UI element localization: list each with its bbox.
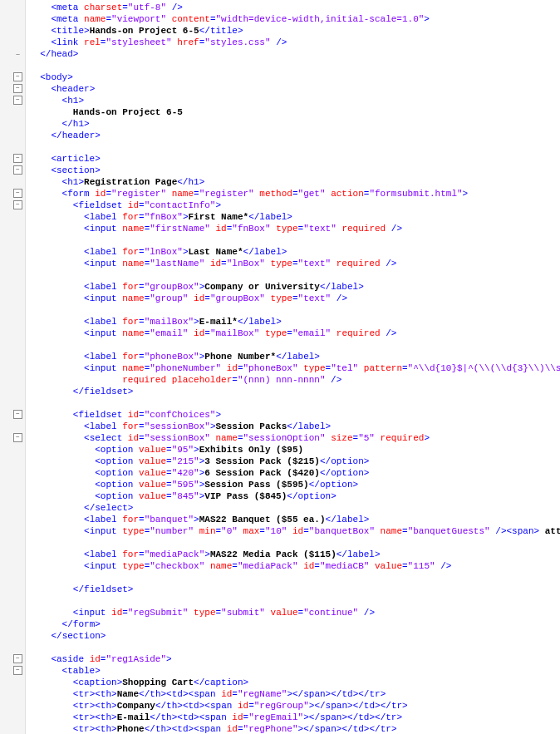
code-line[interactable]: <input name="phoneNumber" id="phoneBox" …	[29, 362, 560, 374]
code-line[interactable]: <tr><th>Company</th><td><span id="regGro…	[29, 700, 560, 712]
code-line[interactable]	[29, 304, 560, 316]
code-line[interactable]: <option value="595">Session Pass ($595)<…	[29, 479, 560, 490]
code-line[interactable]: </header>	[29, 130, 560, 141]
fold-gutter: –−−−−−−−−−−−––	[0, 0, 26, 734]
code-line[interactable]: <option value="420">6 Session Pack ($420…	[29, 467, 560, 479]
code-line[interactable]: <input name="group" id="groupBox" type="…	[29, 293, 560, 304]
fold-toggle[interactable]: −	[13, 154, 22, 163]
code-line[interactable]: <link rel="stylesheet" href="styles.css"…	[29, 37, 560, 48]
code-line[interactable]: <label for="sessionBox">Session Packs</l…	[29, 421, 560, 432]
fold-toggle[interactable]: −	[13, 189, 22, 198]
fold-toggle[interactable]: −	[13, 200, 22, 209]
code-line[interactable]	[29, 60, 560, 71]
code-line[interactable]: <fieldset id="contactInfo">	[29, 200, 560, 211]
code-line[interactable]: </select>	[29, 502, 560, 514]
code-line[interactable]: <table>	[29, 665, 560, 677]
code-line[interactable]: <body>	[29, 71, 560, 83]
code-line[interactable]: </section>	[29, 630, 560, 642]
code-line[interactable]: </form>	[29, 618, 560, 630]
code-line[interactable]: <meta charset="utf-8" />	[29, 2, 560, 13]
code-line[interactable]: <input id="regSubmit" type="submit" valu…	[29, 607, 560, 618]
code-line[interactable]: <title>Hands-on Project 6-5</title>	[29, 25, 560, 37]
fold-toggle[interactable]: −	[13, 654, 22, 663]
code-line[interactable]: <section>	[29, 165, 560, 176]
code-line[interactable]: <label for="mailBox">E-mail*</label>	[29, 316, 560, 328]
code-line[interactable]: <input name="firstName" id="fnBox" type=…	[29, 223, 560, 234]
code-line[interactable]: <label for="banquet">MAS22 Banquet ($55 …	[29, 514, 560, 525]
code-editor-content[interactable]: <meta charset="utf-8" /> <meta name="vie…	[26, 0, 560, 734]
code-line[interactable]: </h1>	[29, 118, 560, 130]
code-line[interactable]	[29, 269, 560, 281]
code-line[interactable]: <select id="sessionBox" name="sessionOpt…	[29, 432, 560, 444]
fold-end-marker: –	[14, 49, 22, 57]
code-line[interactable]	[29, 339, 560, 351]
code-line[interactable]	[29, 234, 560, 246]
code-line[interactable]: Hands-on Project 6-5	[29, 106, 560, 118]
code-line[interactable]: <label for="lnBox">Last Name*</label>	[29, 246, 560, 258]
fold-toggle[interactable]: −	[13, 84, 22, 93]
code-line[interactable]: <label for="phoneBox">Phone Number*</lab…	[29, 351, 560, 362]
code-line[interactable]: <header>	[29, 83, 560, 95]
code-line[interactable]	[29, 397, 560, 409]
code-line[interactable]: <option value="845">VIP Pass ($845)</opt…	[29, 490, 560, 502]
code-line[interactable]: <h1>Registration Page</h1>	[29, 176, 560, 188]
code-line[interactable]: <input type="number" min="0" max="10" id…	[29, 525, 560, 537]
code-line[interactable]: <input type="checkbox" name="mediaPack" …	[29, 560, 560, 572]
code-line[interactable]: </head>	[29, 48, 560, 60]
code-line[interactable]	[29, 642, 560, 653]
code-line[interactable]: <h1>	[29, 95, 560, 106]
code-line[interactable]: </fieldset>	[29, 386, 560, 397]
code-line[interactable]: <caption>Shopping Cart</caption>	[29, 677, 560, 688]
fold-toggle[interactable]: −	[13, 96, 22, 105]
code-line[interactable]	[29, 537, 560, 549]
code-line[interactable]	[29, 572, 560, 584]
code-line[interactable]	[29, 141, 560, 153]
fold-toggle[interactable]: −	[13, 433, 22, 442]
code-line[interactable]: <label for="groupBox">Company or Univers…	[29, 281, 560, 293]
code-line[interactable]: <meta name="viewport" content="width=dev…	[29, 13, 560, 25]
code-line[interactable]: <tr><th>Name</th><td><span id="regName">…	[29, 688, 560, 700]
code-line[interactable]: </fieldset>	[29, 584, 560, 595]
code-line[interactable]: <tr><th>E-mail</th><td><span id="regEmai…	[29, 712, 560, 723]
fold-toggle[interactable]: −	[13, 165, 22, 175]
code-line[interactable]: required placeholder="(nnn) nnn-nnnn" />	[29, 374, 560, 386]
fold-toggle[interactable]: −	[13, 666, 22, 675]
fold-toggle[interactable]: −	[13, 72, 22, 81]
code-line[interactable]: <option value="95">Exhibits Only ($95)	[29, 444, 560, 456]
code-line[interactable]: <label for="mediaPack">MAS22 Media Pack …	[29, 549, 560, 560]
code-line[interactable]: <label for="fnBox">First Name*</label>	[29, 211, 560, 223]
code-line[interactable]: <input name="email" id="mailBox" type="e…	[29, 328, 560, 339]
code-line[interactable]: <fieldset id="confChoices">	[29, 409, 560, 421]
code-line[interactable]: <option value="215">3 Session Pack ($215…	[29, 456, 560, 467]
code-line[interactable]: <tr><th>Phone</th><td><span id="regPhone…	[29, 723, 560, 734]
code-line[interactable]: <article>	[29, 153, 560, 165]
code-line[interactable]	[29, 595, 560, 607]
fold-toggle[interactable]: −	[13, 410, 22, 419]
code-line[interactable]: <aside id="reg1Aside">	[29, 653, 560, 665]
code-line[interactable]: <form id="register" name="register" meth…	[29, 188, 560, 200]
code-line[interactable]: <input name="lastName" id="lnBox" type="…	[29, 258, 560, 269]
